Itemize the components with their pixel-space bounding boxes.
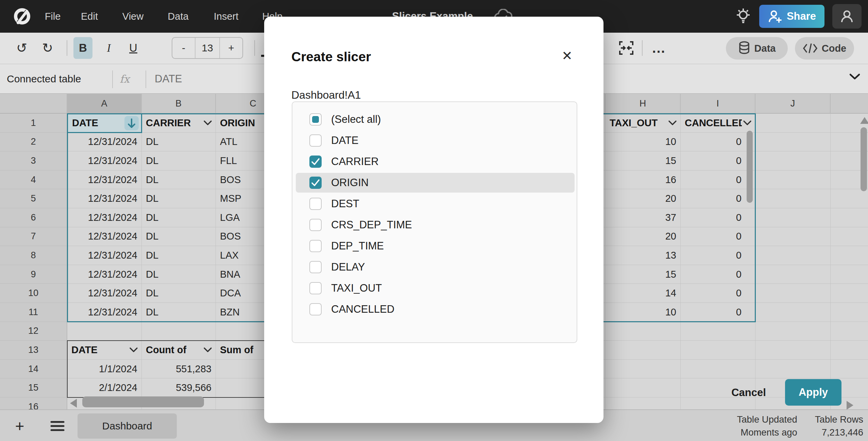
chevron-down-icon[interactable] [668, 120, 677, 126]
menu-edit[interactable]: Edit [81, 0, 98, 33]
cell-a1-selected[interactable]: DATE [67, 113, 142, 133]
grid-cell[interactable]: 12/31/2024 [67, 303, 142, 322]
grid-cell[interactable]: 0 [681, 284, 755, 303]
grid-cell[interactable] [831, 265, 868, 284]
column-header-A[interactable]: A [67, 94, 142, 114]
redo-button[interactable]: ↻ [38, 37, 57, 59]
grid-cell[interactable]: 20 [606, 227, 681, 246]
row-header-16[interactable]: 16 [0, 397, 67, 409]
grid-cell[interactable] [755, 303, 831, 322]
grid-cell[interactable] [755, 151, 831, 170]
grid-corner[interactable] [0, 94, 67, 114]
slicer-item-cancelled[interactable]: CANCELLED [296, 299, 575, 319]
underline-button[interactable]: U [124, 37, 143, 59]
more-options-button[interactable]: ... [649, 37, 669, 59]
grid-cell[interactable] [755, 114, 831, 133]
formula-expand-chevron-icon[interactable] [849, 73, 861, 80]
menu-data[interactable]: Data [168, 0, 188, 33]
chevron-down-icon[interactable] [203, 347, 212, 353]
grid-cell[interactable]: 0 [681, 133, 755, 152]
menu-view[interactable]: View [122, 0, 143, 33]
grid-cell[interactable]: CARRIER [142, 114, 216, 133]
grid-cell[interactable]: CANCELLED [681, 114, 755, 133]
slicer-item-taxi-out[interactable]: TAXI_OUT [296, 278, 575, 298]
grid-cell[interactable] [831, 189, 868, 208]
font-size-value[interactable]: 13 [195, 38, 220, 58]
grid-cell[interactable] [606, 397, 681, 409]
grid-cell[interactable]: TAXI_OUT [606, 114, 681, 133]
grid-cell[interactable]: 12/31/2024 [67, 227, 142, 246]
column-header-H[interactable]: H [606, 94, 681, 114]
grid-cell[interactable]: 15 [606, 265, 681, 284]
grid-cell[interactable] [755, 208, 831, 227]
formula-input[interactable]: DATE [155, 64, 182, 93]
sort-descending-button[interactable] [124, 116, 139, 130]
slicer-item-delay[interactable]: DELAY [296, 257, 575, 277]
slicer-item-date[interactable]: DATE [296, 131, 575, 150]
grid-cell[interactable]: 12/31/2024 [67, 265, 142, 284]
grid-cell[interactable] [831, 303, 868, 322]
row-header-3[interactable]: 3 [0, 151, 67, 170]
grid-cell[interactable] [755, 170, 831, 190]
grid-cell[interactable]: 551,283 [142, 360, 216, 379]
close-icon[interactable]: ✕ [562, 49, 573, 62]
grid-cell[interactable]: 12/31/2024 [67, 208, 142, 227]
avatar-button[interactable] [832, 4, 862, 29]
grid-cell[interactable]: 13 [606, 246, 681, 265]
grid-cell[interactable]: 0 [681, 303, 755, 322]
grid-cell[interactable]: 0 [681, 170, 755, 190]
grid-cell[interactable] [606, 341, 681, 360]
add-sheet-button[interactable]: + [10, 410, 30, 441]
grid-cell[interactable]: 14 [606, 284, 681, 303]
checkbox-unchecked-icon[interactable] [309, 282, 322, 294]
grid-cell[interactable]: 0 [681, 227, 755, 246]
menu-insert[interactable]: Insert [214, 0, 239, 33]
grid-cell[interactable]: 37 [606, 208, 681, 227]
grid-cell[interactable] [831, 341, 868, 360]
checkbox-indeterminate-icon[interactable] [309, 113, 322, 126]
checkbox-unchecked-icon[interactable] [309, 219, 322, 231]
grid-cell[interactable]: 16 [606, 170, 681, 190]
grid-cell[interactable] [755, 322, 831, 341]
grid-cell[interactable]: 20 [606, 189, 681, 208]
vertical-scrollbar-thumb[interactable] [861, 127, 867, 191]
row-header-2[interactable]: 2 [0, 133, 67, 152]
grid-cell[interactable]: DL [142, 133, 216, 152]
grid-cell[interactable] [681, 341, 755, 360]
apply-button[interactable]: Apply [785, 379, 841, 406]
slicer-item-dest[interactable]: DEST [296, 194, 575, 214]
column-header-K[interactable]: K [831, 94, 868, 114]
grid-cell[interactable]: 2/1/2024 [67, 378, 142, 397]
checkbox-unchecked-icon[interactable] [309, 240, 322, 252]
grid-cell[interactable] [831, 208, 868, 227]
grid-cell[interactable] [831, 322, 868, 341]
row-header-10[interactable]: 10 [0, 284, 67, 303]
grid-cell[interactable] [831, 246, 868, 265]
horizontal-scrollbar-thumb[interactable] [82, 396, 204, 407]
row-header-12[interactable]: 12 [0, 322, 67, 341]
grid-cell[interactable] [67, 322, 142, 341]
grid-cell[interactable]: DL [142, 246, 216, 265]
grid-cell[interactable]: 12/31/2024 [67, 151, 142, 170]
grid-cell[interactable]: 0 [681, 246, 755, 265]
sheet-tab-dashboard[interactable]: Dashboard [78, 413, 177, 439]
share-button[interactable]: Share [759, 5, 824, 28]
grid-cell[interactable]: 12/31/2024 [67, 284, 142, 303]
checkbox-checked-icon[interactable] [309, 156, 322, 168]
checkbox-unchecked-icon[interactable] [309, 198, 322, 210]
grid-cell[interactable] [755, 246, 831, 265]
undo-button[interactable]: ↺ [12, 37, 31, 59]
sheet-list-button[interactable] [46, 410, 69, 441]
horizontal-scroll-right-arrow[interactable] [847, 401, 853, 409]
grid-cell[interactable] [606, 322, 681, 341]
row-header-8[interactable]: 8 [0, 246, 67, 265]
grid-cell[interactable]: 0 [681, 151, 755, 170]
quadratic-logo-icon[interactable] [13, 7, 31, 26]
grid-cell[interactable] [606, 378, 681, 397]
grid-cell[interactable]: 12/31/2024 [67, 246, 142, 265]
horizontal-scroll-left-arrow[interactable] [70, 399, 77, 408]
grid-cell[interactable]: DL [142, 227, 216, 246]
grid-cell[interactable] [755, 227, 831, 246]
row-header-1[interactable]: 1 [0, 114, 67, 133]
code-panel-button[interactable]: Code [795, 37, 854, 60]
